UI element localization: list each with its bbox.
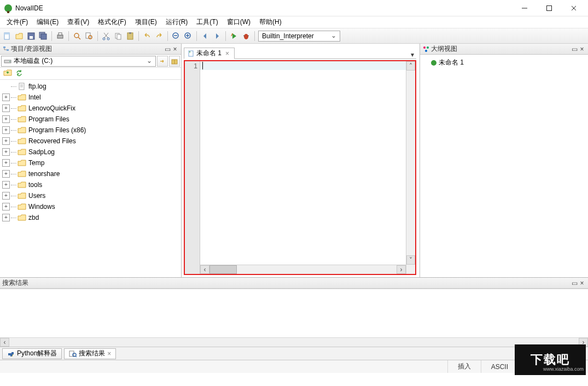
menu-view[interactable]: 查看(V) <box>63 16 94 28</box>
bottom-tab-python[interactable]: Python解释器 <box>2 348 62 359</box>
find-icon[interactable] <box>72 31 82 41</box>
tree-row[interactable]: +zbd <box>0 212 181 223</box>
expand-icon[interactable]: + <box>2 115 10 123</box>
close-button[interactable] <box>561 0 586 16</box>
tree-row[interactable]: +tools <box>0 179 181 190</box>
outline-body[interactable]: 未命名 1 <box>420 55 588 277</box>
code-area[interactable]: ‹ › <box>200 61 406 274</box>
nav-forward-icon[interactable] <box>212 31 222 41</box>
undo-icon[interactable] <box>142 31 152 41</box>
status-encoding: ASCII <box>481 360 518 373</box>
bottom-tab-close-icon[interactable]: × <box>107 350 111 358</box>
tree-item-label: Intel <box>28 93 41 101</box>
tab-list-dropdown-icon[interactable]: ▾ <box>409 51 416 59</box>
tree-row[interactable]: ftp.log <box>0 81 181 92</box>
print-icon[interactable] <box>55 31 65 41</box>
expand-icon[interactable]: + <box>2 214 10 221</box>
panel-close-icon[interactable]: × <box>578 45 586 53</box>
menubar: 文件(F) 编辑(E) 查看(V) 格式化(F) 项目(E) 运行(R) 工具(… <box>0 16 588 28</box>
tree-row[interactable]: +Program Files <box>0 114 181 125</box>
menu-format[interactable]: 格式化(F) <box>94 16 130 28</box>
expand-icon[interactable]: + <box>2 93 10 101</box>
bottom-tab-search[interactable]: 搜索结果 × <box>64 348 116 359</box>
editor-tab[interactable]: 未命名 1 × <box>184 48 235 59</box>
up-folder-icon[interactable] <box>3 69 12 78</box>
tree-row[interactable]: +Users <box>0 190 181 201</box>
hscroll-thumb[interactable] <box>209 265 237 274</box>
editor-hscrollbar[interactable]: ‹ › <box>200 265 406 274</box>
paste-icon[interactable] <box>125 31 135 41</box>
expand-icon[interactable]: + <box>2 137 10 145</box>
expand-icon[interactable]: + <box>2 192 10 200</box>
svg-line-48 <box>75 356 77 357</box>
panel-minimize-icon[interactable]: ▭ <box>570 279 578 287</box>
minimize-button[interactable] <box>512 0 537 16</box>
run-icon[interactable] <box>229 31 239 41</box>
expand-icon[interactable]: + <box>2 159 10 167</box>
scroll-left-icon[interactable]: ‹ <box>200 265 209 274</box>
folder-icon <box>18 181 26 189</box>
tree-row[interactable]: +Temp <box>0 157 181 168</box>
tree-row[interactable]: +LenovoQuickFix <box>0 103 181 114</box>
scroll-left-icon[interactable]: ‹ <box>0 338 9 347</box>
expand-icon[interactable]: + <box>2 170 10 178</box>
editor-vscrollbar[interactable]: ˄ ˅ <box>406 61 415 274</box>
save-icon[interactable] <box>26 31 36 41</box>
menu-file[interactable]: 文件(F) <box>2 16 32 28</box>
copy-icon[interactable] <box>113 31 123 41</box>
debug-icon[interactable] <box>241 31 251 41</box>
tab-close-icon[interactable]: × <box>224 50 231 57</box>
tree-row[interactable]: +Program Files (x86) <box>0 125 181 136</box>
find-in-files-icon[interactable] <box>84 31 94 41</box>
svg-rect-21 <box>129 32 131 34</box>
menu-edit[interactable]: 编辑(E) <box>32 16 63 28</box>
drive-select[interactable]: 本地磁盘 (C:) <box>1 56 156 67</box>
menu-window[interactable]: 窗口(W) <box>223 16 255 28</box>
save-all-icon[interactable] <box>38 31 48 41</box>
tree-row[interactable]: +Intel <box>0 92 181 103</box>
expand-icon[interactable]: + <box>2 148 10 156</box>
panel-minimize-icon[interactable]: ▭ <box>570 45 578 53</box>
panel-close-icon[interactable]: × <box>171 45 179 53</box>
menu-run[interactable]: 运行(R) <box>161 16 193 28</box>
tree-row[interactable]: +tenorshare <box>0 168 181 179</box>
interpreter-select[interactable]: Builtin_Interpreter <box>258 31 340 42</box>
doc-icon <box>188 50 194 57</box>
new-file-icon[interactable] <box>2 31 12 41</box>
tree-row[interactable]: +Recovered Files <box>0 136 181 147</box>
tree-row[interactable]: +Windows <box>0 201 181 212</box>
goto-button[interactable] <box>157 56 168 67</box>
redo-icon[interactable] <box>154 31 164 41</box>
svg-rect-19 <box>117 34 121 39</box>
file-tree[interactable]: ftp.log+Intel+LenovoQuickFix+Program Fil… <box>0 80 181 277</box>
cut-icon[interactable] <box>101 31 111 41</box>
scroll-right-icon[interactable]: › <box>397 265 406 274</box>
tree-row[interactable]: +SadpLog <box>0 147 181 157</box>
outline-item[interactable]: 未命名 1 <box>422 57 586 68</box>
zoom-in-icon[interactable] <box>183 31 193 41</box>
zoom-out-icon[interactable] <box>171 31 181 41</box>
scroll-up-icon[interactable]: ˄ <box>406 61 415 71</box>
status-insert: 插入 <box>447 360 481 373</box>
expand-icon[interactable]: + <box>2 181 10 189</box>
caret <box>202 62 203 69</box>
panel-close-icon[interactable]: × <box>578 279 586 287</box>
open-icon[interactable] <box>14 31 24 41</box>
search-hscrollbar[interactable]: ‹ › <box>0 337 588 347</box>
expand-icon[interactable]: + <box>2 203 10 210</box>
maximize-button[interactable] <box>537 0 561 16</box>
search-results-panel: 搜索结果 ▭ × ‹ › <box>0 277 588 347</box>
menu-help[interactable]: 帮助(H) <box>255 16 286 28</box>
menu-tools[interactable]: 工具(T) <box>192 16 222 28</box>
editor-tab-label: 未命名 1 <box>196 49 222 58</box>
refresh-icon[interactable] <box>15 69 23 78</box>
search-body[interactable]: ‹ › <box>0 289 588 347</box>
menu-project[interactable]: 项目(E) <box>131 16 161 28</box>
panel-minimize-icon[interactable]: ▭ <box>164 45 171 53</box>
expand-icon[interactable]: + <box>2 126 10 134</box>
scroll-down-icon[interactable]: ˅ <box>406 255 415 265</box>
outline-panel-header: 大纲视图 ▭ × <box>420 44 588 55</box>
expand-icon[interactable]: + <box>2 104 10 112</box>
nav-back-icon[interactable] <box>200 31 210 41</box>
package-button[interactable] <box>169 56 180 67</box>
